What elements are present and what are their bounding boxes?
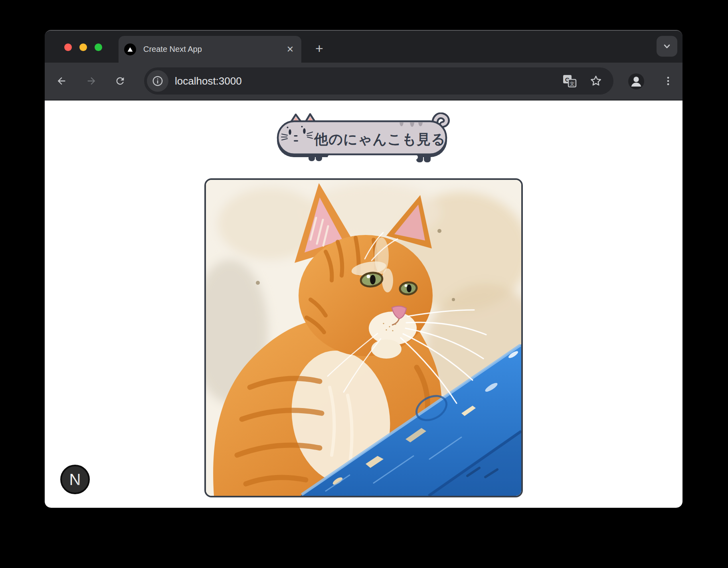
browser-window: Create Next App ✕ + bbox=[45, 30, 682, 508]
address-bar-actions: G 文 bbox=[562, 73, 613, 89]
nextjs-badge-letter: N bbox=[69, 471, 81, 488]
refresh-icon bbox=[115, 75, 126, 87]
arrow-left-icon bbox=[56, 75, 67, 87]
address-bar[interactable]: localhost:3000 G 文 bbox=[144, 67, 613, 95]
nextjs-logo-icon: N bbox=[60, 464, 90, 495]
google-translate-icon: G 文 bbox=[562, 74, 577, 88]
chevron-down-icon bbox=[661, 41, 673, 52]
close-window-button[interactable] bbox=[64, 43, 72, 51]
kebab-menu-icon bbox=[663, 75, 674, 87]
toolbar: localhost:3000 G 文 bbox=[45, 63, 682, 100]
star-outline-icon bbox=[589, 74, 603, 88]
arrow-right-icon bbox=[86, 75, 97, 87]
forward-button[interactable] bbox=[82, 71, 101, 91]
kitten-photo-illustration bbox=[206, 180, 521, 496]
nextjs-dev-badge[interactable]: N bbox=[60, 464, 90, 495]
zoom-window-button[interactable] bbox=[95, 43, 102, 51]
page-viewport: 他のにゃんこも見る bbox=[45, 101, 682, 508]
tab-title: Create Next App bbox=[143, 45, 283, 54]
vercel-triangle-icon bbox=[124, 43, 136, 55]
svg-text:文: 文 bbox=[570, 81, 575, 87]
person-icon bbox=[628, 73, 644, 89]
new-tab-button[interactable]: + bbox=[311, 40, 327, 56]
tab-close-icon[interactable]: ✕ bbox=[283, 43, 297, 56]
kitten-photo bbox=[204, 178, 523, 497]
reload-button[interactable] bbox=[111, 71, 130, 91]
tab-strip: Create Next App ✕ + bbox=[45, 31, 682, 63]
profile-button[interactable] bbox=[628, 73, 644, 89]
cat-button-graphic: 他のにゃんこも見る bbox=[276, 112, 451, 164]
traffic-lights bbox=[64, 43, 102, 51]
url-text[interactable]: localhost:3000 bbox=[175, 75, 562, 87]
bookmark-button[interactable] bbox=[588, 73, 604, 89]
translate-button[interactable]: G 文 bbox=[562, 73, 578, 89]
see-other-cats-button[interactable]: 他のにゃんこも見る bbox=[276, 112, 451, 164]
screenshot-stage: Create Next App ✕ + bbox=[0, 0, 728, 568]
site-info-button[interactable] bbox=[147, 70, 168, 92]
info-circle-icon bbox=[152, 75, 164, 87]
back-button[interactable] bbox=[52, 71, 71, 91]
minimize-window-button[interactable] bbox=[79, 43, 87, 51]
browser-menu-button[interactable] bbox=[659, 71, 678, 91]
tab-search-button[interactable] bbox=[657, 36, 677, 57]
cat-button-label: 他のにゃんこも見る bbox=[313, 131, 446, 147]
tab-create-next-app[interactable]: Create Next App ✕ bbox=[119, 36, 301, 63]
